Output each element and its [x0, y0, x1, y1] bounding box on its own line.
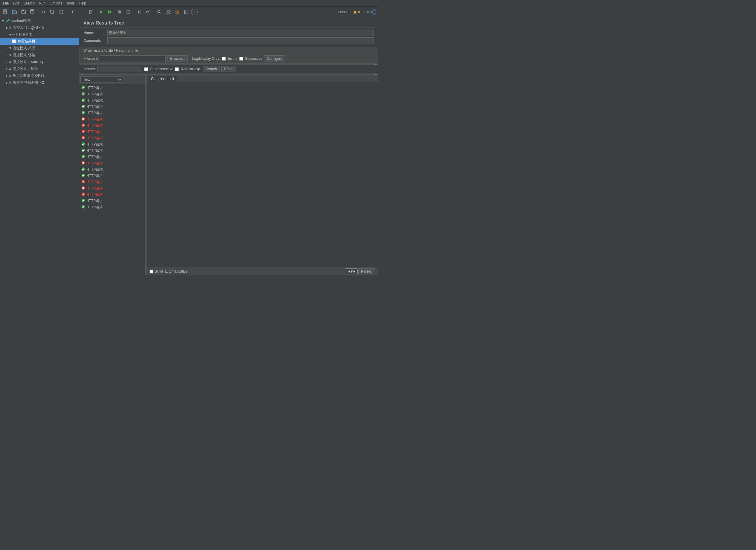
menu-help[interactable]: Help [77, 1, 88, 6]
svg-rect-14 [51, 10, 53, 13]
menu-file[interactable]: File [1, 1, 10, 6]
success-shield-icon [81, 155, 85, 160]
tree-item-http-request[interactable]: ▼ ✏ HTTP请求 [0, 31, 79, 38]
tree-toggle-flow-mode-chain[interactable]: › [5, 53, 8, 57]
tree-toggle-flow-effect-queue[interactable]: › [5, 67, 8, 71]
remove-button[interactable]: − [77, 8, 86, 16]
tree-toggle-hotspot[interactable]: › [5, 74, 8, 78]
add-button[interactable]: + [68, 8, 77, 16]
tree-item-view-results[interactable]: 📊 察看结果树 [0, 38, 79, 45]
reset-button[interactable]: Reset [221, 66, 236, 72]
menu-options[interactable]: Options [48, 1, 64, 6]
result-item-2[interactable]: HTTP请求 [79, 98, 145, 104]
result-item-18[interactable]: HTTP请求 [79, 198, 145, 204]
result-item-17[interactable]: HTTP请求 [79, 192, 145, 198]
svg-rect-27 [149, 11, 150, 12]
tree-item-hotspot[interactable]: › ⚙ 热点参数限流 QPS1 [0, 72, 79, 79]
tree-item-sentinel[interactable]: ▼ 🧪 sentinel测试 [0, 17, 79, 24]
result-item-5[interactable]: HTTP请求 [79, 116, 145, 123]
tree-item-flow-mode-link[interactable]: › ⚙ 流控模式-关联 [0, 45, 79, 52]
result-item-14[interactable]: HTTP请求 [79, 173, 145, 179]
binoculars-button[interactable] [164, 8, 173, 16]
name-input[interactable] [107, 30, 374, 36]
open-templates-button[interactable] [10, 8, 19, 16]
run-button[interactable] [97, 8, 106, 16]
result-item-10[interactable]: HTTP请求 [79, 148, 145, 154]
failure-shield-icon [81, 186, 85, 191]
result-item-19[interactable]: HTTP请求 [79, 204, 145, 211]
panel-title: View Results Tree [79, 17, 378, 28]
result-item-9[interactable]: HTTP请求 [79, 141, 145, 148]
script-button[interactable] [182, 8, 190, 16]
new-button[interactable] [1, 8, 10, 16]
tree-toggle-flow-effect-warm[interactable]: › [5, 60, 8, 64]
success-shield-icon [81, 111, 85, 116]
result-item-1[interactable]: HTTP请求 [79, 91, 145, 98]
flow-effect-warm-icon: ⚙ [8, 60, 11, 64]
tab-sampler-result[interactable]: Sampler result [148, 76, 177, 82]
result-item-6[interactable]: HTTP请求 [79, 123, 145, 129]
tree-toggle-flow-mode-link[interactable]: › [5, 46, 8, 51]
result-label-17: HTTP请求 [86, 192, 103, 197]
comments-input[interactable] [107, 37, 374, 44]
result-item-7[interactable]: HTTP请求 [79, 129, 145, 135]
successes-checkbox[interactable] [239, 57, 243, 61]
tree-item-flow-mode-chain[interactable]: › ⚙ 流控模式-链路 [0, 52, 79, 59]
help-toolbar-button[interactable]: ? [191, 9, 198, 15]
result-item-16[interactable]: HTTP请求 [79, 185, 145, 192]
menu-tools[interactable]: Tools [64, 1, 76, 6]
svg-rect-0 [4, 10, 7, 14]
stop-button[interactable] [115, 8, 124, 16]
svg-rect-9 [22, 12, 25, 13]
search-button[interactable]: Search [203, 66, 220, 72]
warning-count: 0 [358, 10, 360, 14]
tree-label-flow-effect-queue: 流控效果，队列 [13, 66, 38, 71]
result-item-0[interactable]: HTTP请求 [79, 85, 145, 91]
filename-input[interactable] [100, 55, 166, 62]
tab-raw[interactable]: Raw [345, 269, 358, 275]
clear-button[interactable] [86, 8, 95, 16]
result-item-8[interactable]: HTTP请求 [79, 135, 145, 141]
cut-button[interactable]: ✂ [39, 8, 48, 16]
result-item-12[interactable]: HTTP请求 [79, 160, 145, 167]
result-item-15[interactable]: HTTP请求 [79, 179, 145, 185]
run-all-button[interactable] [106, 8, 115, 16]
tree-label-http: HTTP请求 [16, 32, 32, 37]
errors-checkbox[interactable] [222, 57, 226, 61]
stop-all-button[interactable] [124, 8, 132, 16]
format-select[interactable]: Text RegExp CSS/JQuery JSON Path XPath [80, 76, 122, 83]
settings-button[interactable] [135, 8, 144, 16]
tree-toggle-sentinel[interactable]: ▼ [1, 19, 5, 23]
save-all-button[interactable] [28, 8, 36, 16]
menu-search[interactable]: Search [22, 1, 36, 6]
success-shield-icon [81, 173, 85, 179]
result-item-11[interactable]: HTTP请求 [79, 154, 145, 160]
paste-button[interactable] [57, 8, 65, 16]
menu-run[interactable]: Run [37, 1, 47, 6]
tree-toggle-flow-entry[interactable]: ▼ [5, 26, 8, 30]
copy-button[interactable] [48, 8, 57, 16]
result-label-9: HTTP请求 [86, 142, 103, 147]
remote-button[interactable] [173, 8, 182, 16]
result-item-4[interactable]: HTTP请求 [79, 110, 145, 116]
tree-item-flow-entry[interactable]: ▼ ⚙ 流控入门，QPS < 5 [0, 24, 79, 31]
result-item-13[interactable]: HTTP请求 [79, 167, 145, 173]
result-label-16: HTTP请求 [86, 186, 103, 191]
result-item-3[interactable]: HTTP请求 [79, 104, 145, 110]
scroll-auto-checkbox[interactable] [150, 270, 153, 274]
menu-edit[interactable]: Edit [11, 1, 21, 6]
regular-exp-checkbox[interactable] [175, 67, 179, 71]
tree-toggle-threshold[interactable]: › [5, 81, 8, 85]
search-toolbar-button[interactable] [155, 8, 164, 16]
search-input[interactable] [97, 66, 142, 72]
case-sensitive-checkbox[interactable] [144, 67, 148, 71]
tree-item-flow-effect-queue[interactable]: › ⚙ 流控效果，队列 [0, 66, 79, 72]
tree-item-threshold[interactable]: › ⚙ 阈值类型-线程数 <2 [0, 79, 79, 86]
configure-button[interactable]: Configure [264, 55, 285, 62]
plugin-button[interactable] [144, 8, 153, 16]
tree-item-flow-effect-warm[interactable]: › ⚙ 流控效果，warm up [0, 59, 79, 66]
tab-parsed[interactable]: Parsed [358, 269, 375, 275]
browse-button[interactable]: Browse... [167, 55, 188, 62]
tree-toggle-http[interactable]: ▼ [8, 33, 12, 37]
save-button[interactable] [19, 8, 28, 16]
